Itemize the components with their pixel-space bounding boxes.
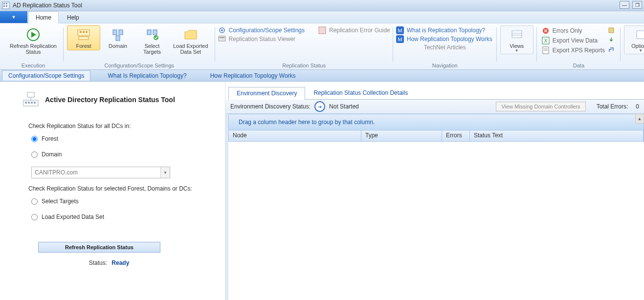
domain-combobox[interactable]: CANITPRO.com ▼ — [31, 167, 170, 178]
svg-text:M: M — [398, 36, 402, 42]
errors-only-button[interactable]: Errors Only — [540, 26, 618, 35]
svg-rect-44 — [34, 102, 36, 104]
env-status-label: Environment Discovery Status: — [230, 103, 311, 110]
ribbon-group-config: Forest Domain Select Targets Load Export… — [64, 25, 215, 69]
radio-forest-input[interactable] — [31, 136, 38, 142]
ribbon-group-execution: Refresh Replication Status Execution — [3, 25, 64, 69]
svg-rect-3 — [3, 5, 5, 7]
app-icon — [2, 1, 10, 9]
detail-tab-strip: Environment Discovery Replication Status… — [228, 86, 644, 100]
xps-icon — [542, 46, 550, 54]
maximize-button[interactable]: ❐ — [632, 1, 642, 9]
refresh-replication-status-main-button[interactable]: Refresh Replication Status — [38, 242, 160, 253]
doc-tab-what-is[interactable]: What Is Replication Topology? — [101, 70, 193, 81]
options-button[interactable]: Options ▼ — [624, 25, 644, 54]
svg-rect-9 — [83, 31, 85, 33]
panel-title: Active Directory Replication Status Tool — [45, 96, 175, 104]
radio-domain[interactable]: Domain — [31, 151, 218, 158]
doc-tab-config[interactable]: Configuration/Scope Settings — [2, 70, 90, 81]
tab-environment-discovery[interactable]: Environment Discovery — [228, 87, 305, 100]
ribbon-group-replication-status: Configuration/Scope Settings Replication… — [215, 25, 393, 69]
forest-icon — [76, 27, 91, 43]
svg-rect-41 — [25, 102, 27, 104]
environment-discovery-bar: Environment Discovery Status: ➔ Not Star… — [225, 100, 644, 114]
load-exported-button[interactable]: Load Exported Data Set — [170, 25, 212, 56]
error-guide-icon — [318, 26, 326, 34]
svg-rect-43 — [31, 102, 33, 104]
window-title: AD Replication Status Tool — [13, 2, 82, 9]
doc-tab-how-works[interactable]: How Replication Topology Works — [204, 70, 302, 81]
export-xps-reports-button[interactable]: Export XPS Reports — [540, 46, 618, 55]
select-targets-icon — [144, 27, 160, 43]
view-missing-dcs-button[interactable]: View Missing Domain Controllers — [496, 102, 585, 111]
what-is-topology-link[interactable]: M What is Replication Topology? — [396, 26, 494, 34]
ribbon-group-navigation: M What is Replication Topology? M How Re… — [393, 25, 497, 69]
chevron-down-icon[interactable]: ▼ — [160, 167, 170, 178]
total-errors-label: Total Errors: — [597, 103, 628, 110]
m-icon: M — [396, 35, 404, 43]
refresh-replication-status-button[interactable]: Refresh Replication Status — [6, 25, 60, 56]
svg-rect-27 — [512, 31, 522, 38]
left-panel: Active Directory Replication Status Tool… — [0, 82, 225, 300]
tool-icon — [22, 91, 39, 108]
svg-rect-10 — [86, 31, 88, 33]
svg-rect-2 — [6, 3, 7, 4]
share-icon — [608, 46, 616, 54]
save-icon — [608, 27, 616, 35]
forest-button[interactable]: Forest — [67, 25, 100, 50]
tab-collection-details[interactable]: Replication Status Collection Details — [305, 86, 416, 99]
domain-icon — [110, 27, 126, 43]
grid-group-by-bar[interactable]: Drag a column header here to group by th… — [228, 114, 644, 130]
svg-rect-20 — [319, 27, 326, 34]
ribbon-tab-strip: ▼ Home Help — [0, 11, 644, 23]
col-type[interactable]: Type — [361, 130, 442, 141]
svg-point-19 — [221, 29, 223, 31]
svg-rect-22 — [220, 37, 224, 38]
file-tab[interactable]: ▼ — [0, 11, 27, 23]
views-button[interactable]: Views ▼ — [500, 25, 533, 54]
svg-rect-1 — [3, 3, 5, 4]
svg-text:M: M — [398, 27, 402, 33]
col-status-text[interactable]: Status Text — [470, 130, 644, 141]
ribbon-tab-home[interactable]: Home — [28, 11, 59, 23]
replication-status-viewer-link[interactable]: Replication Status Viewer — [218, 35, 390, 43]
svg-rect-16 — [153, 30, 157, 35]
col-node[interactable]: Node — [229, 130, 361, 141]
replication-error-guide-link[interactable]: Replication Error Guide — [329, 27, 390, 34]
select-targets-button[interactable]: Select Targets — [135, 25, 169, 56]
scroll-up-button[interactable]: ▲ — [635, 114, 644, 124]
export-view-data-button[interactable]: X Export View Data — [540, 36, 618, 45]
folder-icon — [183, 27, 199, 43]
domain-button[interactable]: Domain — [101, 25, 134, 50]
svg-marker-6 — [31, 32, 36, 38]
radio-select-targets-input[interactable] — [31, 198, 38, 205]
cfg-scope-settings-link[interactable]: Configuration/Scope Settings Replication… — [218, 26, 390, 34]
radio-load-exported[interactable]: Load Exported Data Set — [31, 214, 218, 220]
radio-load-exported-input[interactable] — [31, 214, 38, 220]
radio-domain-input[interactable] — [31, 151, 38, 158]
svg-rect-4 — [6, 5, 7, 7]
arrow-right-icon: ➔ — [314, 101, 325, 112]
col-errors[interactable]: Errors — [442, 130, 470, 141]
options-icon — [633, 27, 644, 43]
ribbon: Refresh Replication Status Execution For… — [0, 23, 644, 70]
ribbon-group-options: Options ▼ — [621, 25, 644, 69]
title-bar: AD Replication Status Tool — ❐ — [0, 0, 644, 11]
right-panel: Environment Discovery Replication Status… — [225, 82, 644, 300]
radio-select-targets[interactable]: Select Targets — [31, 198, 218, 205]
status-value: Ready — [111, 259, 129, 266]
technet-articles-link[interactable]: TechNet Articles — [396, 44, 494, 51]
minimize-button[interactable]: — — [620, 1, 629, 9]
svg-rect-14 — [116, 36, 120, 41]
how-topology-works-link[interactable]: M How Replication Topology Works — [396, 35, 494, 43]
svg-rect-21 — [219, 36, 225, 41]
main-content: Active Directory Replication Status Tool… — [0, 82, 644, 300]
status-row: Status: Ready — [0, 259, 218, 266]
viewer-icon — [218, 35, 226, 43]
svg-rect-38 — [637, 31, 644, 39]
ribbon-tab-help[interactable]: Help — [60, 11, 87, 23]
svg-text:X: X — [544, 38, 547, 43]
excel-icon: X — [542, 37, 550, 44]
svg-rect-11 — [79, 37, 89, 40]
radio-forest[interactable]: Forest — [31, 135, 218, 142]
